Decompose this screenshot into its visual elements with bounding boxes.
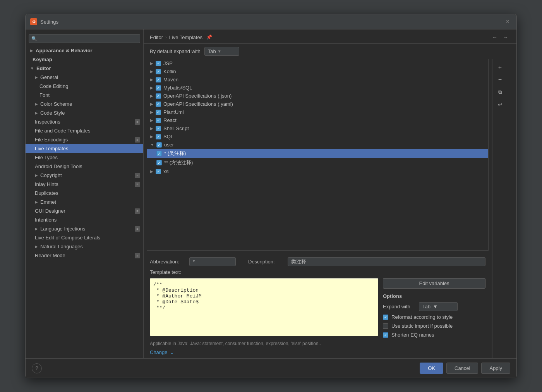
list-item-user-method[interactable]: ✓ ** (方法注释) xyxy=(147,158,488,167)
checkbox-xsl[interactable]: ✓ xyxy=(156,169,161,174)
sidebar-item-live-edit[interactable]: Live Edit of Compose Literals xyxy=(26,233,143,242)
sidebar-item-file-encodings[interactable]: File Encodings ≡ xyxy=(26,135,143,144)
checkbox-kotlin[interactable]: ✓ xyxy=(156,69,161,74)
list-item[interactable]: ▶ ✓ Kotlin xyxy=(147,67,488,76)
item-label: xsl xyxy=(163,168,170,174)
list-item[interactable]: ▶ ✓ Shell Script xyxy=(147,124,488,132)
add-button[interactable]: + xyxy=(495,62,506,73)
sidebar-item-code-style[interactable]: ▶ Code Style xyxy=(26,108,143,117)
sidebar-item-copyright[interactable]: ▶ Copyright ≡ xyxy=(26,171,143,180)
checkbox-react[interactable]: ✓ xyxy=(156,118,161,123)
chevron-icon: ▶ xyxy=(35,102,38,106)
checkbox-plantuml[interactable]: ✓ xyxy=(156,110,161,115)
template-list[interactable]: ▶ ✓ JSP ▶ ✓ Kotlin ▶ ✓ Maven xyxy=(147,59,489,251)
expand-dropdown[interactable]: Tab ▼ xyxy=(204,47,239,56)
settings-sidebar: 🔍 ▶ Appearance & Behavior Keymap ▼ Edito… xyxy=(26,29,144,358)
checkbox-static-import-row[interactable]: Use static import if possible xyxy=(383,323,485,329)
ok-button[interactable]: OK xyxy=(420,363,443,374)
copy-button[interactable]: ⧉ xyxy=(495,87,506,98)
sidebar-item-file-code-templates[interactable]: File and Code Templates xyxy=(26,126,143,135)
apply-button[interactable]: Apply xyxy=(481,363,510,374)
list-item-xsl[interactable]: ▶ ✓ xsl xyxy=(147,167,488,175)
sidebar-item-label: Code Style xyxy=(40,110,65,116)
sidebar-item-label: Reader Mode xyxy=(35,253,65,258)
sidebar-item-code-editing[interactable]: Code Editing xyxy=(26,82,143,91)
list-item-user-class[interactable]: ✓ * (类注释) xyxy=(147,149,488,158)
checkbox-reformat[interactable]: ✓ xyxy=(383,315,388,320)
description-label: Description: xyxy=(248,259,283,265)
sidebar-item-label: File Types xyxy=(35,155,58,160)
sidebar-item-language-injections[interactable]: ▶ Language Injections ≡ xyxy=(26,224,143,233)
checkbox-reformat-row[interactable]: ✓ Reformat according to style xyxy=(383,314,485,320)
sidebar-item-duplicates[interactable]: Duplicates xyxy=(26,189,143,198)
nav-back-button[interactable]: ← xyxy=(490,33,499,41)
checkbox-shorten-eq-label: Shorten EQ names xyxy=(391,332,434,338)
description-input[interactable] xyxy=(288,257,485,266)
checkbox-user-class[interactable]: ✓ xyxy=(156,151,162,156)
checkbox-openapi-json[interactable]: ✓ xyxy=(156,93,161,99)
checkbox-jsp[interactable]: ✓ xyxy=(156,61,161,66)
list-item[interactable]: ▶ ✓ Maven xyxy=(147,76,488,84)
nav-forward-button[interactable]: → xyxy=(501,33,510,41)
badge-icon: ≡ xyxy=(135,182,140,187)
checkbox-shorten-eq[interactable]: ✓ xyxy=(383,332,388,338)
sidebar-item-font[interactable]: Font xyxy=(26,91,143,100)
list-item[interactable]: ▼ ✓ user xyxy=(147,141,488,149)
sidebar-item-file-types[interactable]: File Types xyxy=(26,153,143,162)
change-link[interactable]: Change xyxy=(150,349,168,355)
sidebar-item-inlay-hints[interactable]: Inlay Hints ≡ xyxy=(26,180,143,189)
sidebar-item-color-scheme[interactable]: ▶ Color Scheme xyxy=(26,100,143,108)
list-item[interactable]: ▶ ✓ SQL xyxy=(147,132,488,141)
list-item[interactable]: ▶ ✓ React xyxy=(147,116,488,124)
sidebar-item-natural-languages[interactable]: ▶ Natural Languages xyxy=(26,242,143,251)
checkbox-user[interactable]: ✓ xyxy=(156,142,162,148)
reset-button[interactable]: ↩ xyxy=(495,99,506,110)
checkbox-maven[interactable]: ✓ xyxy=(156,77,161,83)
dialog-footer: ? OK Cancel Apply xyxy=(26,358,516,378)
template-textarea[interactable]: /** * @Description * @Author MeiJM * @Da… xyxy=(150,278,378,336)
list-item[interactable]: ▶ ✓ JSP xyxy=(147,59,488,67)
item-label: Maven xyxy=(163,77,178,83)
sidebar-item-inspections[interactable]: Inspections ≡ xyxy=(26,117,143,126)
cancel-button[interactable]: Cancel xyxy=(446,363,478,374)
list-item[interactable]: ▶ ✓ PlantUml xyxy=(147,108,488,116)
checkbox-mybatis[interactable]: ✓ xyxy=(156,85,161,91)
sidebar-item-keymap[interactable]: Keymap xyxy=(26,55,143,64)
checkbox-user-method[interactable]: ✓ xyxy=(156,160,162,165)
pin-icon: 📌 xyxy=(206,34,212,40)
abbreviation-input[interactable] xyxy=(189,257,236,266)
list-item[interactable]: ▶ ✓ Mybatis/SQL xyxy=(147,84,488,92)
close-button[interactable]: × xyxy=(504,17,512,26)
help-button[interactable]: ? xyxy=(32,363,42,373)
expand-with-dropdown[interactable]: Tab ▼ xyxy=(419,302,458,311)
chevron-icon: ▶ xyxy=(30,48,33,53)
edit-variables-button[interactable]: Edit variables xyxy=(383,278,485,289)
sidebar-item-reader-mode[interactable]: Reader Mode ≡ xyxy=(26,251,143,260)
sidebar-item-live-templates[interactable]: Live Templates xyxy=(26,144,143,153)
sidebar-item-label: Language Injections xyxy=(40,226,85,232)
chevron-icon: ▶ xyxy=(150,126,153,131)
applicable-text: Applicable in Java; Java: statement, con… xyxy=(150,341,321,346)
breadcrumb-current: Live Templates xyxy=(169,34,202,40)
list-item[interactable]: ▶ ✓ OpenAPI Specifications (.yaml) xyxy=(147,100,488,108)
sidebar-item-intentions[interactable]: Intentions xyxy=(26,215,143,224)
search-box[interactable]: 🔍 xyxy=(29,34,140,43)
checkbox-shell[interactable]: ✓ xyxy=(156,126,161,131)
sidebar-item-appearance[interactable]: ▶ Appearance & Behavior xyxy=(26,46,143,55)
sidebar-item-editor[interactable]: ▼ Editor xyxy=(26,64,143,73)
sidebar-item-emmet[interactable]: ▶ Emmet xyxy=(26,198,143,206)
sidebar-item-gui-designer[interactable]: GUI Designer ≡ xyxy=(26,206,143,215)
checkbox-sql[interactable]: ✓ xyxy=(156,134,161,139)
chevron-icon: ▶ xyxy=(150,86,153,90)
chevron-icon: ▶ xyxy=(35,111,38,115)
sidebar-item-general[interactable]: ▶ General xyxy=(26,73,143,82)
checkbox-static-import[interactable] xyxy=(383,323,388,329)
settings-dialog: ⚙ Settings × 🔍 ▶ Appearance & Behavior K… xyxy=(25,14,517,378)
search-input[interactable] xyxy=(39,36,137,41)
list-item[interactable]: ▶ ✓ OpenAPI Specifications (.json) xyxy=(147,92,488,100)
sidebar-item-android-design[interactable]: Android Design Tools xyxy=(26,162,143,171)
item-label: Shell Script xyxy=(163,126,189,131)
remove-button[interactable]: − xyxy=(495,74,506,85)
checkbox-openapi-yaml[interactable]: ✓ xyxy=(156,101,161,107)
checkbox-shorten-eq-row[interactable]: ✓ Shorten EQ names xyxy=(383,332,485,338)
